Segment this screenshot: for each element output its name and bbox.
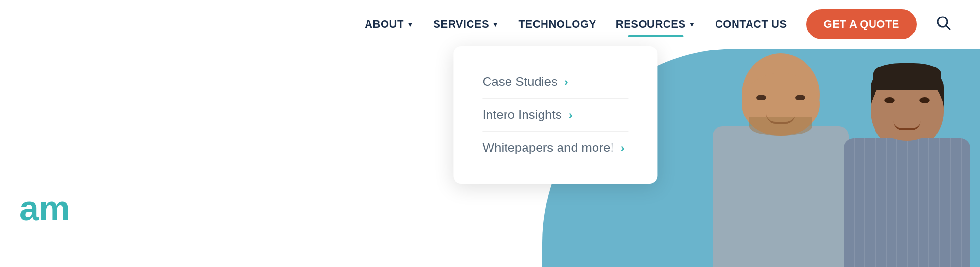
resources-active-indicator	[628, 35, 683, 37]
nav-label-services: SERVICES	[433, 18, 489, 31]
nav-item-contact[interactable]: CONTACT US	[715, 18, 787, 31]
dropdown-label-intero-insights: Intero Insights	[482, 107, 561, 122]
hero-heading: am	[19, 189, 70, 228]
nav-label-resources: RESOURCES	[616, 18, 686, 31]
nav-item-resources[interactable]: RESOURCES ▼	[616, 18, 696, 31]
svg-line-1	[946, 25, 950, 29]
navbar: ABOUT ▼ SERVICES ▼ TECHNOLOGY RESOURCES …	[0, 0, 980, 49]
arrow-icon-whitepapers: ›	[621, 141, 625, 155]
dropdown-item-intero-insights[interactable]: Intero Insights ›	[482, 99, 628, 131]
nav-label-contact: CONTACT US	[715, 18, 787, 31]
nav-item-about[interactable]: ABOUT ▼	[365, 18, 414, 31]
dropdown-label-case-studies: Case Studies	[482, 74, 558, 89]
hero-text-area: am	[19, 188, 70, 228]
nav-label-about: ABOUT	[365, 18, 404, 31]
dropdown-label-whitepapers: Whitepapers and more!	[482, 140, 613, 155]
nav-item-services[interactable]: SERVICES ▼	[433, 18, 499, 31]
resources-dropdown: Case Studies › Intero Insights › Whitepa…	[453, 46, 657, 184]
chevron-down-icon-about: ▼	[407, 20, 414, 28]
nav-item-technology[interactable]: TECHNOLOGY	[519, 18, 596, 31]
dropdown-item-case-studies[interactable]: Case Studies ›	[482, 66, 628, 98]
arrow-icon-case-studies: ›	[564, 75, 568, 89]
chevron-down-icon-resources: ▼	[689, 20, 696, 28]
arrow-icon-intero-insights: ›	[569, 108, 573, 122]
chevron-down-icon-services: ▼	[492, 20, 499, 28]
get-quote-button[interactable]: GET A QUOTE	[806, 9, 917, 39]
search-icon[interactable]	[936, 16, 951, 33]
dropdown-item-whitepapers[interactable]: Whitepapers and more! ›	[482, 132, 628, 164]
nav-label-technology: TECHNOLOGY	[519, 18, 596, 31]
